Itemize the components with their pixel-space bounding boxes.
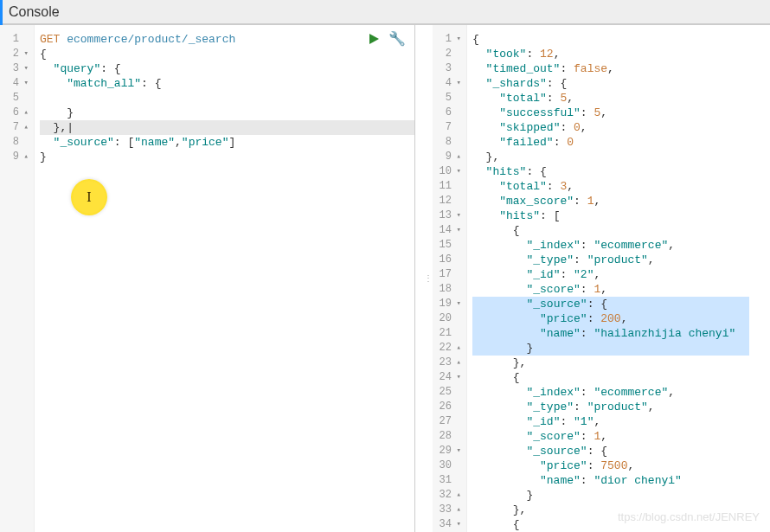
- token-punct: :: [560, 62, 574, 75]
- response-line[interactable]: "name": "dior chenyi": [472, 473, 770, 488]
- fold-toggle-icon[interactable]: ▾: [454, 32, 461, 47]
- token-punct: }: [472, 342, 533, 355]
- response-line[interactable]: "_type": "product",: [472, 400, 770, 414]
- response-line[interactable]: },: [472, 150, 770, 164]
- request-editor[interactable]: 12▾3▾4▾56▴7▴89▴ GET ecommerce/product/_s…: [0, 25, 414, 532]
- response-line[interactable]: "price": 7500,: [472, 458, 770, 473]
- fold-toggle-icon[interactable]: ▴: [454, 150, 461, 164]
- fold-toggle-icon[interactable]: ▴: [22, 106, 29, 120]
- token-key: "took": [486, 48, 527, 61]
- response-line[interactable]: "_id": "1",: [472, 414, 770, 429]
- token-string: "name": [134, 136, 175, 149]
- response-line[interactable]: "price": 200,: [472, 311, 770, 326]
- response-line[interactable]: "_source": {: [472, 297, 770, 311]
- response-line[interactable]: "total": 3,: [472, 179, 770, 194]
- token-key: "_index": [526, 386, 580, 399]
- response-line[interactable]: {: [472, 517, 770, 532]
- fold-toggle-icon[interactable]: ▾: [22, 47, 29, 61]
- response-line[interactable]: "hits": {: [472, 164, 770, 179]
- line-number: 10▾: [438, 164, 461, 179]
- response-line[interactable]: "_score": 1,: [472, 282, 770, 297]
- response-line[interactable]: {: [472, 370, 770, 385]
- token-punct: [472, 239, 526, 252]
- token-punct: [472, 283, 526, 296]
- response-line[interactable]: },: [472, 356, 770, 370]
- token-punct: :: [560, 268, 574, 281]
- response-code[interactable]: { "took": 12, "timed_out": false, "_shar…: [467, 25, 770, 532]
- request-line[interactable]: "match_all": {: [40, 76, 414, 91]
- token-punct: [472, 268, 526, 281]
- line-number: 30: [438, 458, 461, 473]
- response-line[interactable]: },: [472, 503, 770, 517]
- line-number: 5: [438, 91, 461, 106]
- request-line[interactable]: }: [40, 150, 414, 164]
- response-line[interactable]: }: [472, 341, 770, 356]
- token-key: "failed": [499, 136, 553, 149]
- request-code[interactable]: GET ecommerce/product/_search{ "query": …: [35, 25, 414, 532]
- response-line[interactable]: "took": 12,: [472, 47, 770, 61]
- token-punct: [40, 62, 54, 75]
- fold-toggle-icon[interactable]: ▴: [22, 150, 29, 164]
- token-punct: ,: [567, 180, 574, 193]
- response-line[interactable]: "_shards": {: [472, 76, 770, 91]
- token-punct: {: [472, 224, 520, 237]
- token-punct: ,: [648, 253, 655, 266]
- response-line[interactable]: "timed_out": false,: [472, 61, 770, 76]
- response-line[interactable]: {: [472, 32, 770, 47]
- response-line[interactable]: }: [472, 488, 770, 503]
- response-line[interactable]: "_index": "ecommerce",: [472, 385, 770, 400]
- fold-toggle-icon[interactable]: ▾: [454, 517, 461, 532]
- response-line[interactable]: "_type": "product",: [472, 253, 770, 267]
- fold-toggle-icon[interactable]: ▾: [454, 370, 461, 385]
- response-line[interactable]: "max_score": 1,: [472, 194, 770, 208]
- token-method: GET: [40, 33, 60, 46]
- token-punct: {: [472, 518, 520, 531]
- fold-toggle-icon[interactable]: ▾: [22, 61, 29, 76]
- response-line[interactable]: "skipped": 0,: [472, 120, 770, 135]
- fold-toggle-icon[interactable]: ▴: [454, 356, 461, 370]
- fold-toggle-icon[interactable]: ▾: [454, 444, 461, 458]
- fold-toggle-icon[interactable]: ▴: [454, 503, 461, 517]
- line-number: 25: [438, 385, 461, 400]
- fold-toggle-icon[interactable]: ▾: [454, 297, 461, 311]
- request-line[interactable]: "query": {: [40, 61, 414, 76]
- text-caret: |: [67, 121, 74, 134]
- line-number: 31: [438, 473, 461, 488]
- fold-toggle-icon[interactable]: ▾: [22, 76, 29, 91]
- pane-splitter[interactable]: ⋮: [424, 25, 433, 532]
- line-number: 1: [5, 32, 29, 47]
- response-line[interactable]: "_id": "2",: [472, 267, 770, 282]
- request-line[interactable]: GET ecommerce/product/_search: [40, 32, 414, 47]
- fold-toggle-icon[interactable]: ▴: [454, 488, 461, 503]
- token-number: 0: [574, 121, 581, 134]
- token-punct: :: [574, 253, 587, 266]
- token-punct: ,: [600, 106, 607, 119]
- request-line[interactable]: "_source": ["name","price"]: [40, 135, 414, 150]
- fold-toggle-icon[interactable]: ▾: [454, 164, 461, 179]
- response-line[interactable]: "_source": {: [472, 444, 770, 458]
- token-punct: :: [581, 430, 594, 443]
- response-line[interactable]: "failed": 0: [472, 135, 770, 150]
- request-line[interactable]: },|: [40, 120, 414, 135]
- response-line[interactable]: "_index": "ecommerce",: [472, 238, 770, 253]
- response-editor[interactable]: 1▾234▾56789▴10▾111213▾14▾1516171819▾2021…: [433, 25, 770, 532]
- fold-toggle-icon[interactable]: ▴: [22, 120, 29, 135]
- response-line[interactable]: "total": 5,: [472, 91, 770, 106]
- response-line[interactable]: "_score": 1,: [472, 429, 770, 444]
- response-line[interactable]: {: [472, 223, 770, 238]
- response-line[interactable]: "name": "hailanzhijia chenyi": [472, 326, 770, 341]
- token-punct: [472, 209, 499, 222]
- token-key: "_source": [526, 445, 587, 458]
- response-line[interactable]: "successful": 5,: [472, 106, 770, 120]
- fold-toggle-icon[interactable]: ▴: [454, 341, 461, 356]
- fold-toggle-icon[interactable]: ▾: [454, 76, 461, 91]
- fold-toggle-icon[interactable]: ▾: [454, 208, 461, 223]
- request-line[interactable]: {: [40, 47, 414, 61]
- token-key: "_source": [54, 136, 114, 149]
- token-punct: ,: [594, 268, 600, 281]
- token-punct: [472, 195, 499, 208]
- fold-toggle-icon[interactable]: ▾: [454, 223, 461, 238]
- request-line[interactable]: [40, 91, 414, 106]
- request-line[interactable]: }: [40, 106, 414, 120]
- response-line[interactable]: "hits": [: [472, 208, 770, 223]
